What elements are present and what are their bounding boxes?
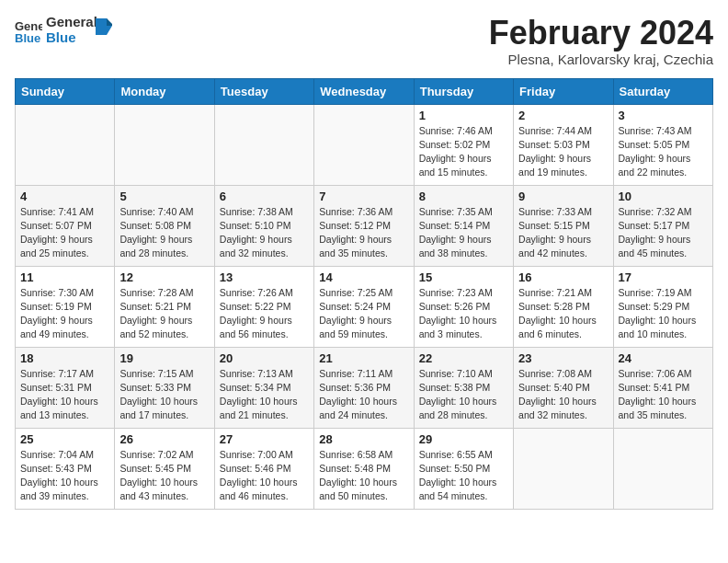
calendar-cell: 4Sunrise: 7:41 AM Sunset: 5:07 PM Daylig… [16, 185, 115, 266]
day-number: 8 [419, 190, 508, 203]
weekday-header-row: SundayMondayTuesdayWednesdayThursdayFrid… [16, 78, 713, 104]
title-section: February 2024 Plesna, Karlovarsky kraj, … [489, 15, 713, 67]
day-info: Sunrise: 6:58 AM Sunset: 5:48 PM Dayligh… [319, 448, 408, 504]
calendar-subtitle: Plesna, Karlovarsky kraj, Czechia [489, 52, 713, 67]
day-number: 7 [319, 190, 408, 203]
day-info: Sunrise: 6:55 AM Sunset: 5:50 PM Dayligh… [419, 448, 508, 504]
day-number: 17 [619, 270, 708, 284]
day-number: 18 [20, 351, 109, 365]
day-number: 13 [220, 270, 309, 284]
calendar-cell: 13Sunrise: 7:26 AM Sunset: 5:22 PM Dayli… [214, 266, 313, 347]
day-info: Sunrise: 7:25 AM Sunset: 5:24 PM Dayligh… [319, 286, 408, 342]
calendar-cell: 2Sunrise: 7:44 AM Sunset: 5:03 PM Daylig… [514, 104, 613, 185]
day-number: 12 [119, 270, 209, 284]
day-info: Sunrise: 7:10 AM Sunset: 5:38 PM Dayligh… [419, 367, 508, 423]
calendar-cell: 26Sunrise: 7:02 AM Sunset: 5:45 PM Dayli… [115, 428, 214, 509]
logo-blue: Blue [46, 30, 97, 46]
calendar-cell [514, 428, 613, 509]
calendar-cell: 14Sunrise: 7:25 AM Sunset: 5:24 PM Dayli… [314, 266, 414, 347]
day-number: 11 [20, 270, 109, 284]
calendar-cell: 22Sunrise: 7:10 AM Sunset: 5:38 PM Dayli… [414, 347, 513, 428]
day-info: Sunrise: 7:08 AM Sunset: 5:40 PM Dayligh… [518, 367, 608, 423]
day-info: Sunrise: 7:30 AM Sunset: 5:19 PM Dayligh… [20, 286, 109, 342]
calendar-cell: 25Sunrise: 7:04 AM Sunset: 5:43 PM Dayli… [16, 428, 115, 509]
logo: General Blue General Blue [15, 15, 112, 45]
calendar-cell [16, 104, 115, 185]
day-number: 10 [619, 190, 708, 203]
day-number: 15 [419, 270, 508, 284]
weekday-header-friday: Friday [514, 78, 613, 104]
weekday-header-thursday: Thursday [414, 78, 513, 104]
day-number: 22 [419, 351, 508, 365]
day-info: Sunrise: 7:19 AM Sunset: 5:29 PM Dayligh… [619, 286, 708, 342]
calendar-cell: 6Sunrise: 7:38 AM Sunset: 5:10 PM Daylig… [214, 185, 313, 266]
calendar-cell: 24Sunrise: 7:06 AM Sunset: 5:41 PM Dayli… [613, 347, 712, 428]
day-info: Sunrise: 7:36 AM Sunset: 5:12 PM Dayligh… [319, 205, 408, 261]
calendar-cell: 28Sunrise: 6:58 AM Sunset: 5:48 PM Dayli… [314, 428, 414, 509]
day-number: 16 [518, 270, 608, 284]
day-info: Sunrise: 7:06 AM Sunset: 5:41 PM Dayligh… [619, 367, 708, 423]
day-number: 14 [319, 270, 408, 284]
day-number: 6 [220, 190, 309, 203]
calendar-cell: 11Sunrise: 7:30 AM Sunset: 5:19 PM Dayli… [16, 266, 115, 347]
day-info: Sunrise: 7:26 AM Sunset: 5:22 PM Dayligh… [220, 286, 309, 342]
day-info: Sunrise: 7:11 AM Sunset: 5:36 PM Dayligh… [319, 367, 408, 423]
day-number: 27 [220, 432, 309, 446]
day-number: 26 [119, 432, 209, 446]
day-number: 24 [619, 351, 708, 365]
day-number: 20 [220, 351, 309, 365]
day-number: 29 [419, 432, 508, 446]
day-info: Sunrise: 7:41 AM Sunset: 5:07 PM Dayligh… [20, 205, 109, 261]
calendar-cell: 9Sunrise: 7:33 AM Sunset: 5:15 PM Daylig… [514, 185, 613, 266]
calendar-cell [214, 104, 313, 185]
day-number: 23 [518, 351, 608, 365]
day-info: Sunrise: 7:33 AM Sunset: 5:15 PM Dayligh… [518, 205, 608, 261]
weekday-header-monday: Monday [115, 78, 214, 104]
week-row-4: 25Sunrise: 7:04 AM Sunset: 5:43 PM Dayli… [16, 428, 713, 509]
calendar-cell: 29Sunrise: 6:55 AM Sunset: 5:50 PM Dayli… [414, 428, 513, 509]
day-info: Sunrise: 7:38 AM Sunset: 5:10 PM Dayligh… [220, 205, 309, 261]
calendar-cell: 7Sunrise: 7:36 AM Sunset: 5:12 PM Daylig… [314, 185, 414, 266]
calendar-cell: 20Sunrise: 7:13 AM Sunset: 5:34 PM Dayli… [214, 347, 313, 428]
calendar-title: February 2024 [489, 15, 713, 52]
day-info: Sunrise: 7:44 AM Sunset: 5:03 PM Dayligh… [518, 124, 608, 180]
weekday-header-wednesday: Wednesday [314, 78, 414, 104]
day-info: Sunrise: 7:02 AM Sunset: 5:45 PM Dayligh… [119, 448, 209, 504]
day-number: 28 [319, 432, 408, 446]
svg-marker-3 [107, 18, 112, 26]
calendar-cell: 1Sunrise: 7:46 AM Sunset: 5:02 PM Daylig… [414, 104, 513, 185]
calendar-cell: 16Sunrise: 7:21 AM Sunset: 5:28 PM Dayli… [514, 266, 613, 347]
day-number: 4 [20, 190, 109, 203]
day-number: 3 [619, 109, 708, 122]
day-number: 2 [518, 109, 608, 122]
calendar-cell [115, 104, 214, 185]
day-number: 21 [319, 351, 408, 365]
day-info: Sunrise: 7:43 AM Sunset: 5:05 PM Dayligh… [619, 124, 708, 180]
day-info: Sunrise: 7:32 AM Sunset: 5:17 PM Dayligh… [619, 205, 708, 261]
calendar-cell [314, 104, 414, 185]
calendar-cell: 23Sunrise: 7:08 AM Sunset: 5:40 PM Dayli… [514, 347, 613, 428]
day-number: 5 [119, 190, 209, 203]
day-info: Sunrise: 7:17 AM Sunset: 5:31 PM Dayligh… [20, 367, 109, 423]
day-info: Sunrise: 7:28 AM Sunset: 5:21 PM Dayligh… [119, 286, 209, 342]
logo-icon: General Blue [15, 17, 42, 43]
weekday-header-tuesday: Tuesday [214, 78, 313, 104]
calendar-cell: 27Sunrise: 7:00 AM Sunset: 5:46 PM Dayli… [214, 428, 313, 509]
week-row-0: 1Sunrise: 7:46 AM Sunset: 5:02 PM Daylig… [16, 104, 713, 185]
week-row-2: 11Sunrise: 7:30 AM Sunset: 5:19 PM Dayli… [16, 266, 713, 347]
calendar-cell: 8Sunrise: 7:35 AM Sunset: 5:14 PM Daylig… [414, 185, 513, 266]
logo-general: General [46, 15, 97, 30]
day-info: Sunrise: 7:46 AM Sunset: 5:02 PM Dayligh… [419, 124, 508, 180]
day-number: 1 [419, 109, 508, 122]
calendar-cell [613, 428, 712, 509]
day-info: Sunrise: 7:13 AM Sunset: 5:34 PM Dayligh… [220, 367, 309, 423]
calendar-table: SundayMondayTuesdayWednesdayThursdayFrid… [15, 78, 713, 510]
day-info: Sunrise: 7:15 AM Sunset: 5:33 PM Dayligh… [119, 367, 209, 423]
day-number: 19 [119, 351, 209, 365]
calendar-cell: 18Sunrise: 7:17 AM Sunset: 5:31 PM Dayli… [16, 347, 115, 428]
calendar-cell: 10Sunrise: 7:32 AM Sunset: 5:17 PM Dayli… [613, 185, 712, 266]
calendar-cell: 3Sunrise: 7:43 AM Sunset: 5:05 PM Daylig… [613, 104, 712, 185]
week-row-1: 4Sunrise: 7:41 AM Sunset: 5:07 PM Daylig… [16, 185, 713, 266]
logo-shape-icon [94, 17, 112, 35]
calendar-cell: 19Sunrise: 7:15 AM Sunset: 5:33 PM Dayli… [115, 347, 214, 428]
